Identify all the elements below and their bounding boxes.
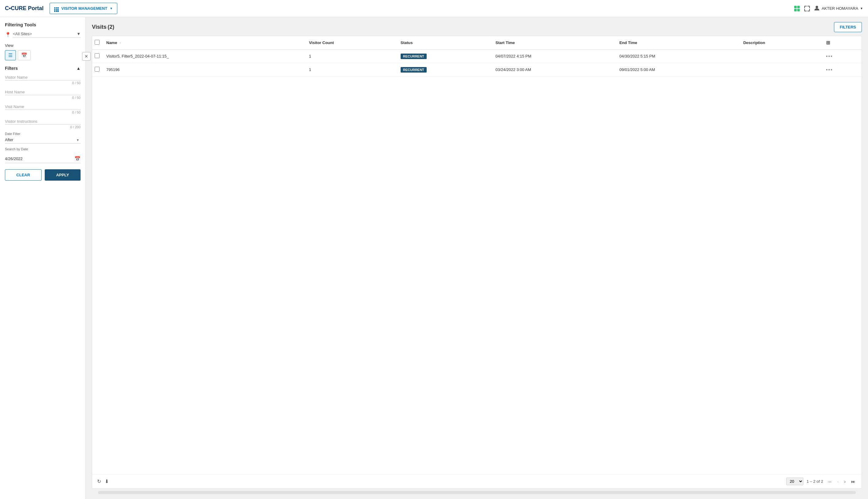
row-checkbox-cell — [92, 50, 103, 63]
row-checkbox-1[interactable] — [95, 67, 99, 72]
date-filter-label: Date Filter — [5, 132, 81, 136]
row-visitor-count-0: 1 — [306, 50, 398, 63]
row-name-0: Visitor5, Filter5_2022-04-07-11:15_ — [103, 50, 306, 63]
table-footer-left: ↻ ⬇ — [97, 478, 109, 484]
visits-table-container: Name ↑ Visitor Count Status Start Time — [92, 36, 862, 489]
user-name: AKTER HOMAYARA — [822, 6, 858, 11]
visit-name-filter: 0 / 50 — [5, 102, 81, 116]
visitor-count-column-header[interactable]: Visitor Count — [306, 36, 398, 50]
download-button[interactable]: ⬇ — [105, 478, 109, 484]
site-selector[interactable]: 📍 <All Sites> ▼ — [0, 30, 85, 39]
refresh-button[interactable]: ↻ — [97, 478, 101, 484]
sidebar: Filtering Tools 📍 <All Sites> ▼ View ☰ 📅… — [0, 17, 86, 499]
last-page-button[interactable]: ⏭ — [850, 478, 857, 485]
header: C•CURE Portal VISITOR MANAGEMENT ▼ — [0, 0, 868, 17]
view-label: View — [5, 43, 81, 48]
table-body: Visitor5, Filter5_2022-04-07-11:15_ 1 RE… — [92, 50, 861, 76]
host-name-input[interactable] — [5, 88, 81, 95]
visitor-name-filter: 0 / 50 — [5, 73, 81, 87]
grid-view-icon[interactable] — [794, 5, 800, 12]
search-by-date-label: Search by Date — [5, 147, 81, 151]
row-more-button-1[interactable]: ••• — [826, 67, 833, 73]
horizontal-scrollbar[interactable] — [98, 491, 856, 494]
next-page-button[interactable]: › — [843, 478, 847, 485]
end-time-column-header[interactable]: End Time — [616, 36, 740, 50]
nav-chevron-icon: ▼ — [110, 7, 113, 10]
filters-collapse-icon: ▲ — [76, 66, 81, 71]
clear-button[interactable]: CLEAR — [5, 169, 42, 181]
table-footer-right: 20 50 100 1 – 2 of 2 ⏮ ‹ › ⏭ — [786, 477, 857, 485]
content-header: Visits (2) FILTERS — [92, 22, 862, 32]
row-status-0: RECURRENT — [398, 50, 493, 63]
status-badge-0: RECURRENT — [401, 53, 427, 59]
name-sort-icon: ↑ — [119, 41, 121, 45]
filters-button[interactable]: FILTERS — [834, 22, 862, 32]
content-area: Visits (2) FILTERS Name ↑ — [86, 17, 868, 499]
user-info[interactable]: AKTER HOMAYARA ▼ — [814, 5, 863, 12]
apply-button[interactable]: APPLY — [45, 169, 81, 181]
columns-config-icon: ⊞ — [826, 40, 830, 45]
visitor-instructions-input[interactable] — [5, 117, 81, 125]
visitor-name-count: 0 / 50 — [5, 81, 81, 87]
table-row: Visitor5, Filter5_2022-04-07-11:15_ 1 RE… — [92, 50, 861, 63]
nav-button-label: VISITOR MANAGEMENT — [61, 6, 107, 11]
table-scroll: Name ↑ Visitor Count Status Start Time — [92, 36, 861, 474]
select-all-header — [92, 36, 103, 50]
visitor-management-nav-button[interactable]: VISITOR MANAGEMENT ▼ — [50, 3, 117, 14]
svg-rect-2 — [794, 9, 797, 11]
row-name-1: 795196 — [103, 63, 306, 76]
filters-section: Filters ▲ 0 / 50 0 / 50 0 / 50 0 / 200 D… — [0, 62, 85, 163]
row-end-time-0: 04/30/2022 5:15 PM — [616, 50, 740, 63]
columns-config-header[interactable]: ⊞ — [823, 36, 861, 50]
row-checkbox-0[interactable] — [95, 53, 99, 58]
visits-title-group: Visits (2) — [92, 24, 114, 30]
status-badge-1: RECURRENT — [401, 67, 427, 73]
table-footer: ↻ ⬇ 20 50 100 1 – 2 of 2 ⏮ ‹ › ⏭ — [92, 474, 861, 488]
start-time-column-header[interactable]: Start Time — [493, 36, 616, 50]
visits-table: Name ↑ Visitor Count Status Start Time — [92, 36, 861, 76]
visits-count: (2) — [108, 24, 114, 30]
main-container: Filtering Tools 📍 <All Sites> ▼ View ☰ 📅… — [0, 17, 868, 499]
status-column-header[interactable]: Status — [398, 36, 493, 50]
close-panel-button[interactable]: ✕ — [82, 52, 91, 61]
name-column-header[interactable]: Name ↑ — [103, 36, 306, 50]
list-view-button[interactable]: ☰ — [5, 50, 16, 60]
calendar-picker-button[interactable]: 📅 — [74, 156, 81, 162]
row-checkbox-cell — [92, 63, 103, 76]
row-start-time-0: 04/07/2022 4:15 PM — [493, 50, 616, 63]
calendar-view-button[interactable]: 📅 — [18, 50, 31, 60]
visitor-name-input[interactable] — [5, 73, 81, 81]
date-filter-wrapper: After Before Between — [5, 136, 81, 144]
first-page-button[interactable]: ⏮ — [826, 478, 833, 485]
row-description-1 — [740, 63, 823, 76]
view-buttons: ☰ 📅 — [5, 50, 81, 60]
table-row: 795196 1 RECURRENT 03/24/2022 3:00 AM 09… — [92, 63, 861, 76]
row-start-time-1: 03/24/2022 3:00 AM — [493, 63, 616, 76]
row-more-0: ••• — [823, 50, 861, 63]
description-column-header[interactable]: Description — [740, 36, 823, 50]
svg-rect-0 — [794, 6, 797, 8]
visitor-instructions-filter: 0 / 200 — [5, 117, 81, 131]
location-pin-icon: 📍 — [5, 32, 11, 38]
host-name-count: 0 / 50 — [5, 95, 81, 101]
visits-title: Visits — [92, 24, 107, 30]
app-logo: C•CURE Portal — [5, 5, 44, 12]
page-info: 1 – 2 of 2 — [806, 479, 823, 484]
date-filter-select[interactable]: After Before Between — [5, 136, 81, 144]
row-more-1: ••• — [823, 63, 861, 76]
nav-grid-icon — [54, 5, 59, 12]
site-placeholder: <All Sites> — [13, 32, 32, 36]
search-by-date-section: Search by Date 4/26/2022 📅 — [5, 147, 81, 163]
visit-name-input[interactable] — [5, 102, 81, 110]
search-by-date-value: 4/26/2022 — [5, 156, 23, 161]
filters-header[interactable]: Filters ▲ — [5, 62, 81, 73]
per-page-select[interactable]: 20 50 100 — [786, 477, 803, 485]
row-description-0 — [740, 50, 823, 63]
visitor-instructions-count: 0 / 200 — [5, 125, 81, 131]
expand-icon[interactable] — [804, 5, 810, 12]
row-more-button-0[interactable]: ••• — [826, 53, 833, 59]
select-all-checkbox[interactable] — [95, 40, 99, 45]
site-dropdown[interactable]: <All Sites> ▼ — [13, 32, 81, 38]
header-right: AKTER HOMAYARA ▼ — [794, 5, 863, 12]
prev-page-button[interactable]: ‹ — [836, 478, 840, 485]
